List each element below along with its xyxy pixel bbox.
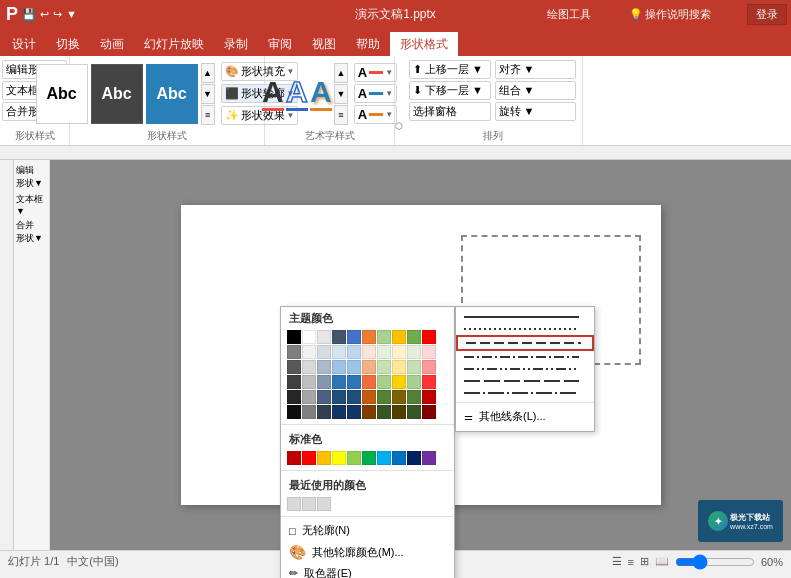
- text-effect-btn[interactable]: A ▼: [354, 105, 397, 124]
- dash-solid[interactable]: [456, 311, 594, 323]
- theme-color-cell[interactable]: [407, 375, 421, 389]
- operations-search[interactable]: 操作说明搜索: [645, 7, 711, 22]
- theme-color-cell[interactable]: [317, 405, 331, 419]
- standard-color-cell[interactable]: [377, 451, 391, 465]
- art-text-expand[interactable]: ⬡: [395, 56, 403, 145]
- theme-color-cell[interactable]: [407, 360, 421, 374]
- theme-color-cell[interactable]: [302, 375, 316, 389]
- theme-color-cell[interactable]: [422, 330, 436, 344]
- standard-color-cell[interactable]: [347, 451, 361, 465]
- theme-color-cell[interactable]: [302, 390, 316, 404]
- theme-color-cell[interactable]: [302, 405, 316, 419]
- theme-color-cell[interactable]: [392, 405, 406, 419]
- theme-color-cell[interactable]: [392, 330, 406, 344]
- standard-color-cell[interactable]: [362, 451, 376, 465]
- style-scroll-up[interactable]: ▲: [201, 63, 215, 83]
- dash-long[interactable]: [456, 375, 594, 387]
- recent-color-cell[interactable]: [317, 497, 331, 511]
- view-outline[interactable]: ≡: [628, 556, 634, 568]
- theme-color-cell[interactable]: [317, 360, 331, 374]
- theme-color-cell[interactable]: [287, 405, 301, 419]
- theme-color-cell[interactable]: [347, 330, 361, 344]
- quick-more[interactable]: ▼: [66, 8, 77, 20]
- more-lines-item[interactable]: ⚌ 其他线条(L)...: [456, 406, 594, 427]
- theme-color-cell[interactable]: [392, 375, 406, 389]
- art-scroll-up[interactable]: ▲: [334, 63, 348, 83]
- quick-redo[interactable]: ↪: [53, 8, 62, 21]
- quick-undo[interactable]: ↩: [40, 8, 49, 21]
- theme-color-cell[interactable]: [347, 390, 361, 404]
- theme-color-cell[interactable]: [302, 345, 316, 359]
- theme-color-cell[interactable]: [407, 330, 421, 344]
- theme-color-cell[interactable]: [332, 360, 346, 374]
- view-normal[interactable]: ☰: [612, 555, 622, 568]
- dash-long-dot[interactable]: [456, 387, 594, 399]
- theme-color-cell[interactable]: [422, 390, 436, 404]
- theme-color-cell[interactable]: [392, 390, 406, 404]
- theme-color-cell[interactable]: [377, 345, 391, 359]
- standard-color-cell[interactable]: [302, 451, 316, 465]
- standard-color-cell[interactable]: [332, 451, 346, 465]
- quick-save[interactable]: 💾: [22, 8, 36, 21]
- theme-color-cell[interactable]: [317, 330, 331, 344]
- tab-switch[interactable]: 切换: [46, 32, 90, 56]
- theme-color-cell[interactable]: [317, 390, 331, 404]
- theme-color-cell[interactable]: [332, 375, 346, 389]
- no-outline-item[interactable]: □ 无轮廓(N): [281, 520, 454, 541]
- theme-color-cell[interactable]: [317, 345, 331, 359]
- theme-color-cell[interactable]: [332, 390, 346, 404]
- standard-color-cell[interactable]: [422, 451, 436, 465]
- tab-design[interactable]: 设计: [2, 32, 46, 56]
- dash-dashed[interactable]: [456, 335, 594, 351]
- art-letter-normal[interactable]: A: [262, 77, 284, 107]
- move-up-btn[interactable]: ⬆ 上移一层 ▼: [409, 60, 491, 79]
- theme-color-cell[interactable]: [332, 345, 346, 359]
- view-grid[interactable]: ⊞: [640, 555, 649, 568]
- tab-help[interactable]: 帮助: [346, 32, 390, 56]
- theme-color-cell[interactable]: [332, 405, 346, 419]
- standard-color-cell[interactable]: [407, 451, 421, 465]
- art-expand[interactable]: ≡: [334, 105, 348, 125]
- theme-color-cell[interactable]: [377, 360, 391, 374]
- shape-style-2[interactable]: Abc: [91, 64, 143, 124]
- shape-style-3[interactable]: Abc: [146, 64, 198, 124]
- shape-style-1[interactable]: Abc: [36, 64, 88, 124]
- theme-color-cell[interactable]: [422, 405, 436, 419]
- view-read[interactable]: 📖: [655, 555, 669, 568]
- left-panel-merge[interactable]: 合并形状▼: [16, 219, 47, 245]
- theme-color-cell[interactable]: [287, 390, 301, 404]
- theme-color-cell[interactable]: [317, 375, 331, 389]
- standard-color-cell[interactable]: [287, 451, 301, 465]
- theme-color-cell[interactable]: [362, 375, 376, 389]
- standard-color-cell[interactable]: [392, 451, 406, 465]
- dash-dotted[interactable]: [456, 323, 594, 335]
- dash-dash-dot-dot[interactable]: [456, 363, 594, 375]
- recent-color-cell[interactable]: [287, 497, 301, 511]
- left-panel-edit[interactable]: 编辑形状▼: [16, 164, 47, 190]
- login-button[interactable]: 登录: [747, 4, 787, 25]
- move-down-btn[interactable]: ⬇ 下移一层 ▼: [409, 81, 491, 100]
- theme-color-cell[interactable]: [377, 405, 391, 419]
- theme-color-cell[interactable]: [392, 360, 406, 374]
- theme-color-cell[interactable]: [347, 360, 361, 374]
- tab-record[interactable]: 录制: [214, 32, 258, 56]
- theme-color-cell[interactable]: [377, 375, 391, 389]
- zoom-slider[interactable]: [675, 554, 755, 570]
- theme-color-cell[interactable]: [287, 375, 301, 389]
- style-scroll-down[interactable]: ▼: [201, 84, 215, 104]
- eyedropper-item[interactable]: ✏ 取色器(E): [281, 563, 454, 578]
- style-expand[interactable]: ≡: [201, 105, 215, 125]
- tab-shape-format[interactable]: 形状格式: [390, 32, 458, 56]
- tab-review[interactable]: 审阅: [258, 32, 302, 56]
- theme-color-cell[interactable]: [362, 360, 376, 374]
- theme-color-cell[interactable]: [347, 345, 361, 359]
- theme-color-cell[interactable]: [362, 405, 376, 419]
- select-pane-btn[interactable]: 选择窗格: [409, 102, 491, 121]
- left-panel-textbox[interactable]: 文本框▼: [16, 193, 47, 216]
- theme-color-cell[interactable]: [377, 390, 391, 404]
- theme-color-cell[interactable]: [362, 345, 376, 359]
- art-letter-outline[interactable]: A: [286, 77, 308, 107]
- theme-color-cell[interactable]: [422, 375, 436, 389]
- theme-color-cell[interactable]: [347, 375, 361, 389]
- text-fill-btn[interactable]: A ▼: [354, 63, 397, 82]
